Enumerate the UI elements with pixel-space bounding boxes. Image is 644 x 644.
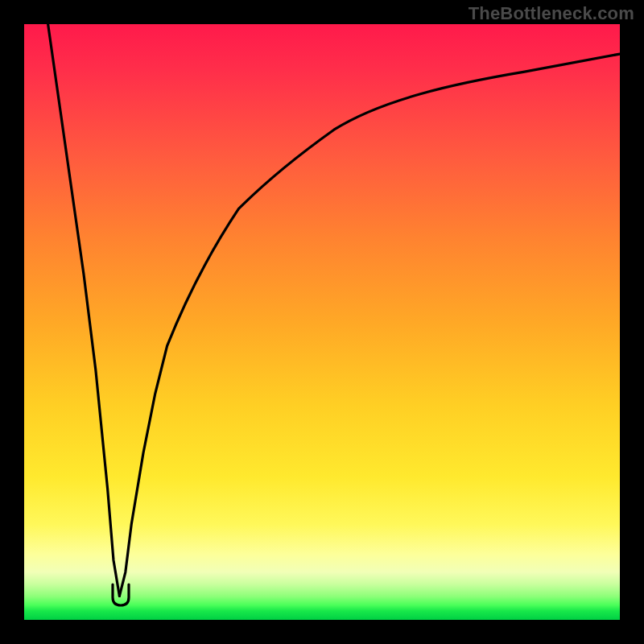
plot-area — [24, 24, 620, 620]
chart-frame: TheBottleneck.com — [0, 0, 644, 644]
bottleneck-curve — [24, 24, 620, 620]
watermark-label: TheBottleneck.com — [469, 3, 634, 24]
curve-left-branch — [48, 24, 120, 596]
curve-right-branch — [119, 54, 620, 596]
